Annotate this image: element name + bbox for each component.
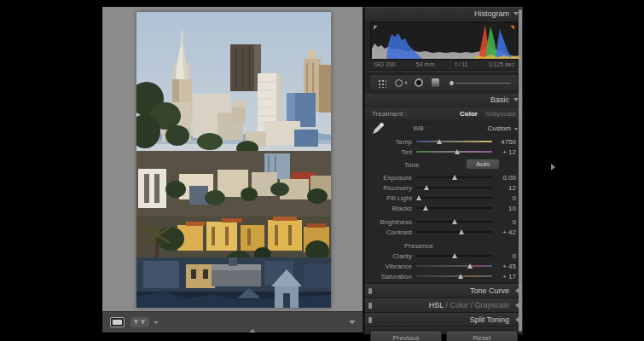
- brush-size-slider[interactable]: [455, 83, 511, 84]
- panel-scrollbar[interactable]: [519, 9, 522, 332]
- split-toning-title: Split Toning: [470, 315, 509, 324]
- recovery-value: 12: [492, 184, 516, 192]
- tint-slider-row: Tint + 12: [365, 147, 523, 157]
- clarity-label: Clarity: [372, 252, 416, 260]
- view-toolbar: Y Y: [102, 311, 363, 332]
- tool-strip: [369, 74, 519, 91]
- recovery-label: Recovery: [372, 184, 416, 192]
- basic-title: Basic: [490, 95, 509, 104]
- compare-dropdown-icon[interactable]: [154, 321, 159, 324]
- clarity-slider-thumb[interactable]: [452, 253, 457, 258]
- blacks-slider-row: Blacks 10: [365, 203, 523, 213]
- tone-label: Tone: [404, 161, 419, 169]
- adjustment-brush-icon[interactable]: [449, 79, 455, 85]
- lightroom-window: Y Y Histogram ISO 200 54 mm: [0, 0, 644, 341]
- recovery-slider[interactable]: [416, 183, 492, 192]
- panel-switch-icon[interactable]: [368, 303, 372, 309]
- develop-right-panel: Histogram ISO 200 54 mm f / 11 1/125 sec: [363, 7, 523, 334]
- panel-collapse-arrow-icon[interactable]: [551, 164, 555, 170]
- exposure-slider[interactable]: [416, 173, 492, 182]
- saturation-slider[interactable]: [416, 272, 492, 280]
- hsl-title[interactable]: HSL: [429, 301, 444, 309]
- temp-slider[interactable]: [416, 137, 492, 146]
- blacks-label: Blacks: [372, 205, 416, 212]
- hsl-separator: /: [445, 301, 448, 309]
- reset-button[interactable]: Reset: [446, 332, 518, 341]
- contrast-slider-thumb[interactable]: [459, 229, 464, 234]
- clarity-value: 0: [492, 252, 516, 260]
- auto-tone-button[interactable]: Auto: [466, 159, 500, 170]
- crop-tool-icon[interactable]: [377, 78, 386, 88]
- red-eye-tool-icon[interactable]: [415, 78, 423, 87]
- photo-preview[interactable]: [136, 12, 331, 308]
- tint-value: + 12: [492, 148, 516, 156]
- before-after-view-icon[interactable]: Y Y: [131, 317, 149, 327]
- blacks-slider[interactable]: [416, 204, 492, 212]
- temp-label: Temp: [372, 138, 416, 146]
- tone-row: Tone Auto: [365, 157, 523, 172]
- iso-value: ISO 200: [374, 61, 396, 67]
- blacks-slider-thumb[interactable]: [423, 205, 428, 211]
- treatment-grayscale-option[interactable]: Grayscale: [485, 110, 516, 118]
- treatment-color-option[interactable]: Color: [460, 110, 478, 118]
- fill-light-slider-row: Fill Light 0: [365, 193, 523, 203]
- presence-label: Presence: [404, 242, 433, 250]
- split-toning-panel-header[interactable]: Split Toning: [365, 314, 523, 327]
- color-title[interactable]: Color: [450, 301, 468, 309]
- hsl-separator: /: [470, 301, 473, 309]
- saturation-slider-row: Saturation + 17: [365, 271, 523, 281]
- exposure-slider-thumb[interactable]: [452, 175, 457, 180]
- contrast-slider[interactable]: [416, 228, 492, 236]
- clarity-slider[interactable]: [416, 251, 492, 260]
- aperture-value: f / 11: [455, 61, 467, 67]
- histogram[interactable]: [370, 22, 518, 60]
- previous-button[interactable]: Previous: [370, 332, 442, 341]
- fill-light-slider[interactable]: [416, 194, 492, 202]
- contrast-slider-row: Contrast + 42: [365, 227, 523, 237]
- vibrance-slider-thumb[interactable]: [467, 263, 473, 269]
- wb-label: WB :: [413, 124, 427, 132]
- focal-length-value: 54 mm: [416, 61, 434, 67]
- vibrance-label: Vibrance: [372, 263, 416, 270]
- recovery-slider-thumb[interactable]: [424, 185, 429, 190]
- saturation-slider-thumb[interactable]: [458, 274, 463, 279]
- spot-options-icon[interactable]: [405, 81, 408, 84]
- graduated-filter-icon[interactable]: [432, 78, 439, 87]
- divider: [365, 327, 523, 328]
- saturation-label: Saturation: [372, 273, 416, 280]
- hsl-panel-header[interactable]: HSL / Color / Grayscale: [365, 299, 523, 312]
- brightness-slider-thumb[interactable]: [452, 219, 457, 224]
- filmstrip-reveal-icon[interactable]: [249, 329, 256, 332]
- panel-switch-icon[interactable]: [368, 317, 372, 323]
- toolbar-options-icon[interactable]: [349, 321, 356, 324]
- basic-panel-header[interactable]: Basic: [365, 94, 523, 107]
- panel-switch-icon[interactable]: [368, 288, 372, 294]
- contrast-value: + 42: [492, 228, 516, 236]
- contrast-label: Contrast: [372, 228, 416, 236]
- loupe-view-icon[interactable]: [110, 317, 125, 327]
- grayscale-title[interactable]: Grayscale: [474, 301, 509, 309]
- spot-removal-icon[interactable]: [395, 79, 403, 87]
- histogram-panel-header[interactable]: Histogram: [365, 8, 523, 20]
- vibrance-slider[interactable]: [416, 262, 492, 270]
- recovery-slider-row: Recovery 12: [365, 182, 523, 193]
- brightness-slider[interactable]: [416, 217, 492, 226]
- exposure-slider-row: Exposure 0.00: [365, 172, 523, 182]
- shutter-value: 1/125 sec: [489, 61, 514, 67]
- saturation-value: + 17: [492, 273, 516, 280]
- temp-slider-row: Temp 4750: [365, 136, 523, 147]
- vibrance-value: + 45: [492, 263, 516, 270]
- tint-label: Tint: [372, 148, 416, 156]
- tint-slider[interactable]: [416, 147, 492, 156]
- highlight-clipping-icon[interactable]: [510, 26, 514, 30]
- exif-info-row: ISO 200 54 mm f / 11 1/125 sec: [365, 60, 523, 70]
- exposure-label: Exposure: [372, 174, 416, 182]
- tone-curve-panel-header[interactable]: Tone Curve: [365, 285, 523, 298]
- temp-slider-thumb[interactable]: [437, 139, 442, 144]
- wb-preset-select[interactable]: Custom: [487, 124, 511, 132]
- wb-eyedropper-icon[interactable]: [372, 122, 385, 135]
- tint-slider-thumb[interactable]: [455, 149, 460, 154]
- fill-light-slider-thumb[interactable]: [416, 195, 421, 200]
- fill-light-value: 0: [492, 194, 516, 202]
- shadow-clipping-icon[interactable]: [374, 26, 378, 30]
